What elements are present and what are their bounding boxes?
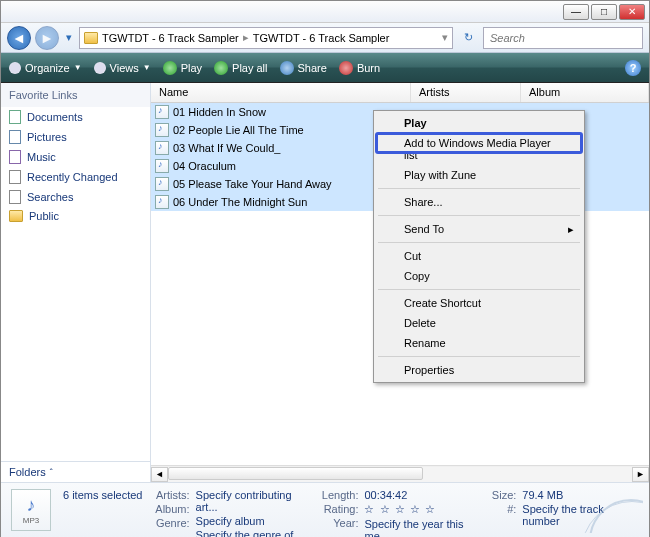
sidebar-item-searches[interactable]: Searches	[1, 187, 150, 207]
views-icon	[94, 62, 106, 74]
music-note-icon: ♪	[27, 495, 36, 516]
folder-icon	[84, 32, 98, 44]
organize-icon	[9, 62, 21, 74]
decorative-swoosh	[583, 493, 643, 533]
filetype-icon: ♪ MP3	[11, 489, 51, 531]
titlebar: — □ ✕	[1, 1, 649, 23]
menu-copy[interactable]: Copy	[376, 266, 582, 286]
scroll-left-button[interactable]: ◄	[151, 467, 168, 482]
scroll-thumb[interactable]	[168, 467, 423, 480]
breadcrumb-segment[interactable]: TGWTDT - 6 Track Sampler	[253, 32, 390, 44]
label: Rating:	[322, 503, 359, 515]
sidebar-item-pictures[interactable]: Pictures	[1, 127, 150, 147]
menu-rename[interactable]: Rename	[376, 333, 582, 353]
audio-icon	[155, 195, 169, 209]
details-pane: ♪ MP3 6 items selected Artists: Album: G…	[1, 482, 649, 537]
menu-sendto[interactable]: Send To▸	[376, 219, 582, 239]
label: Length:	[322, 489, 359, 501]
chevron-up-icon: ˆ	[50, 467, 53, 477]
label: Genre:	[155, 517, 189, 529]
separator	[378, 188, 580, 189]
label: #:	[492, 503, 516, 515]
genre-value[interactable]: Specify the genre of mu...	[196, 529, 316, 537]
breadcrumb-segment[interactable]: TGWTDT - 6 Track Sampler	[102, 32, 239, 44]
command-bar: Organize▼ Views▼ Play Play all Share Bur…	[1, 53, 649, 83]
sidebar-item-music[interactable]: Music	[1, 147, 150, 167]
separator	[378, 289, 580, 290]
scroll-right-button[interactable]: ►	[632, 467, 649, 482]
horizontal-scrollbar[interactable]: ◄ ►	[151, 465, 649, 482]
label: Size:	[492, 489, 516, 501]
scroll-track[interactable]	[168, 467, 632, 482]
separator	[378, 242, 580, 243]
menu-create-shortcut[interactable]: Create Shortcut	[376, 293, 582, 313]
share-icon	[280, 61, 294, 75]
maximize-button[interactable]: □	[591, 4, 617, 20]
label: Artists:	[155, 489, 189, 501]
recent-icon	[9, 170, 21, 184]
folder-icon	[9, 210, 23, 222]
chevron-right-icon: ▸	[568, 223, 574, 236]
back-button[interactable]: ◄	[7, 26, 31, 50]
burn-icon	[339, 61, 353, 75]
favorites-header: Favorite Links	[1, 83, 150, 107]
context-menu: Play Add to Windows Media Player list Pl…	[373, 110, 585, 383]
forward-button[interactable]: ►	[35, 26, 59, 50]
chevron-right-icon: ▸	[243, 31, 249, 44]
music-icon	[9, 150, 21, 164]
album-value[interactable]: Specify album	[196, 515, 316, 527]
close-button[interactable]: ✕	[619, 4, 645, 20]
playall-button[interactable]: Play all	[214, 61, 267, 75]
menu-delete[interactable]: Delete	[376, 313, 582, 333]
separator	[378, 215, 580, 216]
menu-cut[interactable]: Cut	[376, 246, 582, 266]
menu-play[interactable]: Play	[376, 113, 582, 133]
play-icon	[214, 61, 228, 75]
column-album[interactable]: Album	[521, 83, 649, 102]
column-headers: Name Artists Album	[151, 83, 649, 103]
play-icon	[163, 61, 177, 75]
minimize-button[interactable]: —	[563, 4, 589, 20]
views-button[interactable]: Views▼	[94, 62, 151, 74]
nav-history-dropdown[interactable]: ▾	[63, 31, 75, 44]
explorer-window: — □ ✕ ◄ ► ▾ TGWTDT - 6 Track Sampler ▸ T…	[0, 0, 650, 537]
sidebar-item-documents[interactable]: Documents	[1, 107, 150, 127]
search-icon	[9, 190, 21, 204]
audio-icon	[155, 105, 169, 119]
year-value[interactable]: Specify the year this me...	[364, 518, 485, 537]
column-artists[interactable]: Artists	[411, 83, 521, 102]
documents-icon	[9, 110, 21, 124]
audio-icon	[155, 141, 169, 155]
nav-bar: ◄ ► ▾ TGWTDT - 6 Track Sampler ▸ TGWTDT …	[1, 23, 649, 53]
length-value: 00:34:42	[364, 489, 485, 501]
burn-button[interactable]: Burn	[339, 61, 380, 75]
folders-toggle[interactable]: Foldersˆ	[1, 461, 150, 482]
selection-count: 6 items selected	[63, 489, 149, 501]
audio-icon	[155, 123, 169, 137]
sidebar-item-recent[interactable]: Recently Changed	[1, 167, 150, 187]
label: Album:	[155, 503, 189, 515]
menu-share[interactable]: Share...	[376, 192, 582, 212]
rating-value[interactable]: ☆ ☆ ☆ ☆ ☆	[364, 503, 485, 516]
sidebar-item-public[interactable]: Public	[1, 207, 150, 225]
sidebar: Favorite Links Documents Pictures Music …	[1, 83, 151, 482]
menu-properties[interactable]: Properties	[376, 360, 582, 380]
audio-icon	[155, 177, 169, 191]
menu-play-zune[interactable]: Play with Zune	[376, 165, 582, 185]
search-input[interactable]	[483, 27, 643, 49]
breadcrumb-dropdown[interactable]: ▾	[442, 31, 448, 44]
organize-button[interactable]: Organize▼	[9, 62, 82, 74]
play-button[interactable]: Play	[163, 61, 202, 75]
help-button[interactable]: ?	[625, 60, 641, 76]
breadcrumb[interactable]: TGWTDT - 6 Track Sampler ▸ TGWTDT - 6 Tr…	[79, 27, 453, 49]
column-name[interactable]: Name	[151, 83, 411, 102]
separator	[378, 356, 580, 357]
refresh-button[interactable]: ↻	[457, 31, 479, 44]
label: Year:	[322, 517, 359, 529]
artists-value[interactable]: Specify contributing art...	[196, 489, 316, 513]
share-button[interactable]: Share	[280, 61, 327, 75]
menu-add-wmp[interactable]: Add to Windows Media Player list	[376, 133, 582, 165]
audio-icon	[155, 159, 169, 173]
pictures-icon	[9, 130, 21, 144]
